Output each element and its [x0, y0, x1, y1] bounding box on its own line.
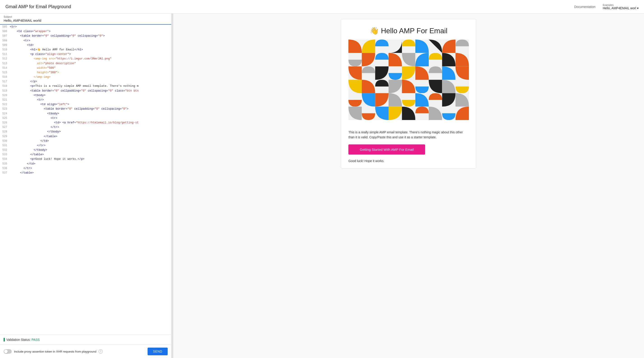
code-line: 514 width="500" — [0, 66, 171, 70]
line-number: 507 — [0, 34, 10, 38]
left-panel: Subject Hello, AMP4EMAIL world 505<tr>50… — [0, 14, 172, 358]
line-number: 508 — [0, 39, 10, 43]
line-number: 527 — [0, 125, 10, 129]
toggle-knob — [4, 350, 8, 353]
line-content: <table border="0" cellpadding="0" cellsp… — [10, 34, 171, 38]
code-line: 527 </tr> — [0, 125, 171, 129]
bottom-bar: Include proxy assertion token in XHR req… — [0, 345, 171, 358]
main-layout: Subject Hello, AMP4EMAIL world 505<tr>50… — [0, 14, 644, 358]
code-line: 526 <td> <a href="https://htmlemail.io/b… — [0, 120, 171, 125]
line-content: </td> — [10, 161, 171, 166]
documentation-link[interactable]: Documentation — [574, 5, 596, 9]
title-emoji: 👋 — [370, 27, 379, 35]
header-right: Documentation Examples Hello, AMP4EMAIL … — [574, 4, 638, 10]
chevron-down-icon: ▾ — [637, 6, 638, 10]
line-content: </tr> — [10, 125, 171, 129]
line-content: <amp-img src="https://i.imgur.com/3NmrJA… — [10, 57, 171, 61]
code-editor[interactable]: 505<tr>506 <td class="wrapper">507 <tabl… — [0, 25, 171, 334]
line-number: 513 — [0, 62, 10, 66]
pass-indicator — [4, 338, 5, 341]
line-number: 512 — [0, 57, 10, 61]
proxy-label: Include proxy assertion token in XHR req… — [14, 350, 96, 353]
line-number: 525 — [0, 116, 10, 120]
code-line: 512 <amp-img src="https://i.imgur.com/3N… — [0, 57, 171, 61]
subject-bar: Subject Hello, AMP4EMAIL world — [0, 14, 171, 25]
app-header: Gmail AMP for Email Playground Documenta… — [0, 0, 644, 14]
preview-title: 👋 Hello AMP For Email — [348, 27, 469, 35]
line-number: 531 — [0, 143, 10, 148]
line-content: </td> — [10, 139, 171, 143]
line-number: 523 — [0, 107, 10, 111]
line-content: <tr> — [10, 25, 171, 29]
line-content: width="500" — [10, 66, 171, 70]
code-line: 532 </tbody> — [0, 148, 171, 152]
code-line: 536 </tr> — [0, 166, 171, 171]
bottom-left: Include proxy assertion token in XHR req… — [4, 349, 103, 354]
help-icon[interactable]: ? — [98, 349, 103, 353]
code-line: 517 </p> — [0, 79, 171, 84]
subject-label: Subject — [4, 15, 168, 18]
line-number: 536 — [0, 166, 10, 171]
line-content: alt="photo description" — [10, 61, 171, 66]
panel-divider — [172, 14, 173, 358]
line-content: </table> — [10, 171, 171, 175]
code-line: 519 <table border="0" cellpadding="0" ce… — [0, 89, 171, 93]
code-line: 521 <tr> — [0, 98, 171, 102]
line-number: 528 — [0, 130, 10, 134]
cta-button[interactable]: Getting Started With AMP For Email — [348, 144, 425, 155]
code-line: 525 <tr> — [0, 116, 171, 120]
code-line: 513 alt="photo description" — [0, 61, 171, 66]
line-content: <p class="align-center"> — [10, 52, 171, 57]
line-content: <td> — [10, 43, 171, 48]
line-number: 511 — [0, 52, 10, 57]
code-line: 537 </table> — [0, 171, 171, 175]
code-line: 518 <p>This is a really simple AMP email… — [0, 84, 171, 88]
line-number: 515 — [0, 71, 10, 75]
examples-value: Hello, AMP4EMAIL worl — [603, 6, 636, 10]
send-button[interactable]: SEND — [148, 347, 168, 355]
line-content: <td> <a href="https://htmlemail.io/blog/… — [10, 120, 171, 125]
line-content: <p>Good luck! Hope it works.</p> — [10, 157, 171, 161]
line-content: <tr> — [10, 98, 171, 102]
line-content: </tbody> — [10, 129, 171, 134]
email-preview: 👋 Hello AMP For Email — [341, 19, 476, 168]
line-number: 518 — [0, 84, 10, 88]
line-content: </tbody> — [10, 148, 171, 152]
code-line: 516 </amp-img> — [0, 75, 171, 79]
code-line: 509 <td> — [0, 43, 171, 48]
validation-bar: Validation Status: PASS — [0, 334, 171, 345]
line-content: <tr> — [10, 116, 171, 120]
validation-status: PASS — [32, 338, 40, 341]
code-line: 508 <tr> — [0, 38, 171, 43]
line-number: 524 — [0, 112, 10, 116]
line-number: 506 — [0, 29, 10, 34]
line-number: 509 — [0, 43, 10, 48]
line-number: 521 — [0, 98, 10, 102]
code-line: 522 <td align="left"> — [0, 102, 171, 107]
line-number: 520 — [0, 93, 10, 98]
line-number: 510 — [0, 48, 10, 52]
code-line: 524 <tbody> — [0, 111, 171, 116]
preview-description: This is a really simple AMP email templa… — [348, 130, 469, 140]
line-content: height="380"> — [10, 70, 171, 75]
examples-group: Examples Hello, AMP4EMAIL worl ▾ — [603, 4, 638, 10]
line-content: </amp-img> — [10, 75, 171, 79]
preview-footer: Good luck! Hope it works. — [348, 159, 469, 163]
line-number: 535 — [0, 162, 10, 166]
code-line: 506 <td class="wrapper"> — [0, 29, 171, 34]
line-content: <td align="left"> — [10, 102, 171, 107]
line-content: </tr> — [10, 166, 171, 171]
line-number: 529 — [0, 134, 10, 139]
line-number: 526 — [0, 121, 10, 125]
code-line: 534 <p>Good luck! Hope it works.</p> — [0, 157, 171, 161]
subject-value[interactable]: Hello, AMP4EMAIL world — [4, 19, 168, 22]
line-content: </tr> — [10, 143, 171, 148]
line-number: 532 — [0, 148, 10, 152]
examples-select[interactable]: Hello, AMP4EMAIL worl ▾ — [603, 6, 638, 10]
code-line: 511 <p class="align-center"> — [0, 52, 171, 57]
line-content: <tr> — [10, 38, 171, 43]
line-number: 505 — [0, 25, 10, 29]
proxy-toggle[interactable] — [4, 349, 12, 354]
code-line: 505<tr> — [0, 25, 171, 29]
app-title: Gmail AMP for Email Playground — [6, 4, 71, 9]
